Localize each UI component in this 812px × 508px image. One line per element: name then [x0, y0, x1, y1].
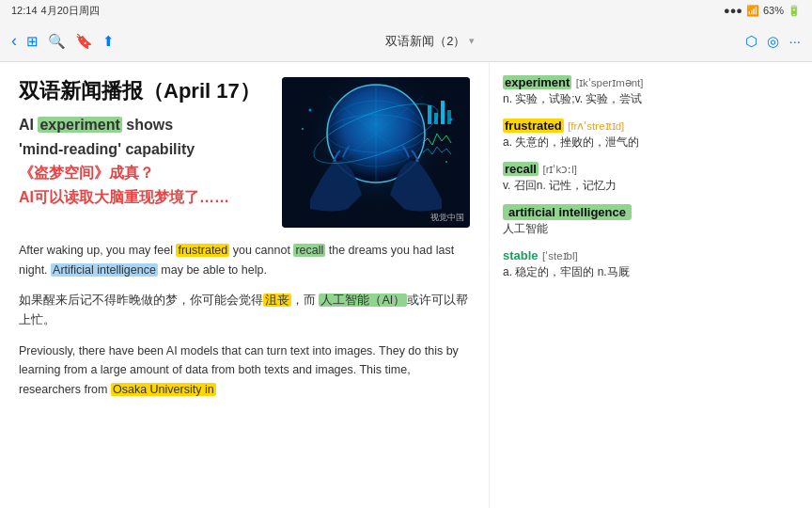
vocab-item-frustrated: frustrated [frʌˈstreɪtɪd] a. 失意的，挫败的，泄气的 [503, 117, 799, 151]
experiment-phonetic: [ɪkˈsperɪmənt] [576, 77, 644, 88]
recall-highlight: recall [293, 244, 325, 257]
svg-point-17 [445, 161, 447, 163]
right-panel: experiment [ɪkˈsperɪmənt] n. 实验，试验;v. 实验… [489, 62, 812, 508]
vocab-word-frustrated: frustrated [frʌˈstreɪtɪd] [503, 117, 799, 134]
stable-def: a. 稳定的，牢固的 n.马厩 [503, 263, 799, 280]
para-1-zh: 如果醒来后记不得昨晚做的梦，你可能会觉得沮丧，而 人工智能（AI）或许可以帮上忙… [19, 291, 470, 329]
headline-lines: AI experiment shows 'mind-reading' capab… [19, 113, 271, 209]
article-image: 视觉中国 [282, 77, 470, 228]
ai-zh-highlight: 人工智能（AI） [319, 294, 407, 307]
back-button[interactable]: ‹ [11, 31, 17, 51]
headline-line1: AI experiment shows [19, 113, 271, 137]
stable-vocab-word: stable [503, 248, 539, 262]
view-button[interactable]: ◎ [767, 33, 779, 50]
wifi-icon: 📶 [746, 5, 759, 17]
status-left: 12:14 4月20日周四 [11, 4, 100, 18]
experiment-vocab-word: experiment [503, 75, 571, 89]
export-button[interactable]: ⬡ [745, 33, 757, 50]
header-section: 双语新闻播报（April 17） AI experiment shows 'mi… [19, 77, 470, 228]
svg-rect-12 [441, 101, 445, 124]
title-dropdown-arrow[interactable]: ▾ [469, 35, 475, 47]
battery-icon: 🔋 [788, 5, 801, 17]
toolbar-right: ⬡ ◎ ··· [745, 33, 801, 50]
toolbar-center: 双语新闻（2） ▾ [385, 33, 475, 50]
header-text: 双语新闻播报（April 17） AI experiment shows 'mi… [19, 77, 271, 228]
vocab-item-recall: recall [rɪˈkɔːl] v. 召回n. 记性，记忆力 [503, 160, 799, 194]
frustrated-vocab-word: frustrated [503, 119, 564, 133]
time: 12:14 [11, 5, 38, 16]
date: 4月20日周四 [41, 4, 100, 18]
para-1-en: After waking up, you may feel frustrated… [19, 241, 470, 279]
vocab-word-recall-row: recall [rɪˈkɔːl] [503, 160, 799, 177]
toolbar-left: ‹ ⊞ 🔍 🔖 ⬆ [11, 31, 115, 51]
document-title: 双语新闻（2） [385, 33, 465, 50]
headline-line2: 'mind-reading' capability [19, 137, 271, 162]
more-button[interactable]: ··· [789, 33, 801, 49]
ai-def: 人工智能 [503, 220, 799, 237]
artificial-intelligence-highlight: Artificial intelligence [51, 263, 158, 277]
vocab-item-experiment: experiment [ɪkˈsperɪmənt] n. 实验，试验;v. 实验… [503, 73, 799, 107]
article-body: After waking up, you may feel frustrated… [19, 241, 470, 399]
content-area: 双语新闻播报（April 17） AI experiment shows 'mi… [0, 62, 812, 508]
left-panel: 双语新闻播报（April 17） AI experiment shows 'mi… [0, 62, 489, 508]
svg-rect-10 [428, 105, 431, 124]
svg-point-14 [309, 109, 312, 112]
vocab-word-ai-row: artificial intelligence [503, 203, 799, 220]
ai-vocab-word: artificial intelligence [503, 204, 632, 220]
share-button[interactable]: ⬆ [102, 33, 115, 50]
headline-line3: 《盗梦空间》成真？ [19, 161, 271, 185]
frustrated-zh-highlight: 沮丧 [263, 294, 291, 307]
vocab-word-stable-row: stable [ˈsteɪbl] [503, 246, 799, 263]
recall-phonetic: [rɪˈkɔːl] [542, 164, 577, 175]
frustrated-phonetic: [frʌˈstreɪtɪd] [568, 120, 624, 132]
recall-def: v. 召回n. 记性，记忆力 [503, 177, 799, 194]
para-2-en: Previously, there have been AI models th… [19, 341, 470, 400]
recall-vocab-word: recall [503, 162, 539, 176]
frustrated-highlight: frustrated [176, 244, 229, 257]
svg-point-15 [302, 128, 304, 130]
svg-rect-11 [434, 113, 438, 124]
osaka-highlight: Osaka University in [111, 383, 216, 396]
vocab-word-experiment: experiment [ɪkˈsperɪmənt] [503, 73, 799, 90]
status-right: ●●● 📶 63% 🔋 [724, 5, 801, 17]
vocab-item-ai: artificial intelligence 人工智能 [503, 203, 799, 237]
signal-icon: ●●● [724, 5, 742, 16]
battery-text: 63% [763, 5, 784, 16]
svg-rect-13 [447, 110, 451, 124]
frustrated-def: a. 失意的，挫败的，泄气的 [503, 134, 799, 151]
svg-point-16 [450, 119, 453, 121]
stable-phonetic: [ˈsteɪbl] [542, 250, 578, 262]
bookmark-button[interactable]: 🔖 [75, 33, 93, 50]
experiment-def: n. 实验，试验;v. 实验，尝试 [503, 90, 799, 107]
experiment-highlight: experiment [38, 117, 121, 133]
main-title: 双语新闻播报（April 17） [19, 77, 271, 105]
status-bar: 12:14 4月20日周四 ●●● 📶 63% 🔋 [0, 0, 812, 21]
toolbar: ‹ ⊞ 🔍 🔖 ⬆ 双语新闻（2） ▾ ⬡ ◎ ··· [0, 21, 812, 62]
search-button[interactable]: 🔍 [48, 33, 66, 50]
grid-button[interactable]: ⊞ [26, 33, 39, 50]
image-copyright: 视觉中国 [430, 212, 464, 224]
vocab-item-stable: stable [ˈsteɪbl] a. 稳定的，牢固的 n.马厩 [503, 246, 799, 280]
headline-line4: AI可以读取大脑重现梦境了…… [19, 185, 271, 210]
